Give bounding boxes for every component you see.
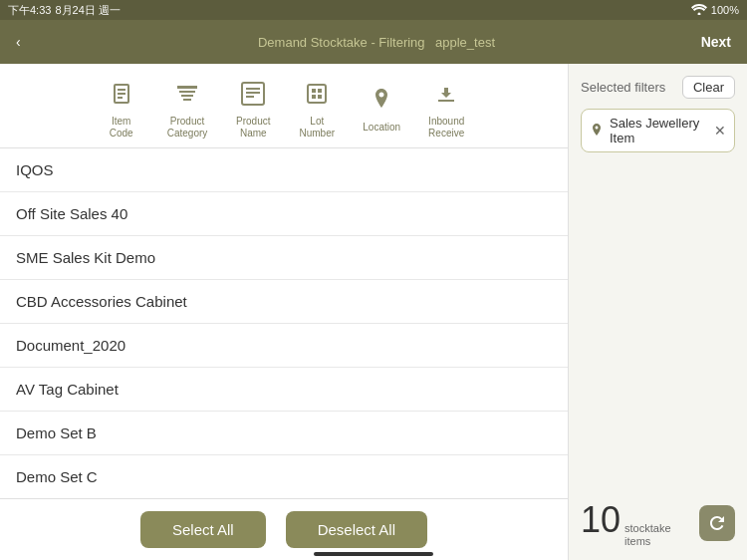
list-item[interactable]: Demo Set C: [0, 455, 568, 498]
status-left: 下午4:33 8月24日 週一: [8, 3, 121, 18]
select-all-button[interactable]: Select All: [140, 511, 266, 548]
filter-chip-location-icon: [590, 123, 604, 140]
svg-rect-7: [318, 89, 322, 93]
selected-filters-label: Selected filters: [581, 80, 665, 95]
item-list[interactable]: IQOSOff Site Sales 40SME Sales Kit DemoC…: [0, 148, 568, 498]
header-subtitle: apple_test: [435, 35, 495, 50]
deselect-all-button[interactable]: Deselect All: [286, 511, 427, 548]
next-button[interactable]: Next: [691, 34, 731, 50]
inbound-receive-label: InboundReceive: [428, 116, 464, 140]
product-category-icon: [169, 76, 205, 112]
location-label: Location: [363, 122, 400, 134]
filter-location[interactable]: Location: [363, 82, 400, 134]
status-bar: 下午4:33 8月24日 週一 100%: [0, 0, 747, 20]
back-chevron: ‹: [16, 34, 21, 50]
right-panel: Selected filters Clear Sales Jewellery I…: [568, 64, 747, 560]
status-right: 100%: [691, 3, 739, 17]
bottom-buttons: Select All Deselect All: [0, 498, 568, 560]
filter-chips-container: Sales Jewellery Item✕: [581, 109, 735, 160]
svg-point-0: [697, 13, 700, 16]
list-item[interactable]: SME Sales Kit Demo: [0, 236, 568, 280]
status-time: 下午4:33: [8, 3, 51, 18]
count-label: stocktakeitems: [624, 522, 670, 548]
list-item[interactable]: AV Tag Cabinet: [0, 368, 568, 412]
home-indicator: [314, 552, 433, 556]
item-code-label: ItemCode: [110, 116, 133, 140]
list-item[interactable]: IQOS: [0, 148, 568, 192]
filter-chip-remove-button[interactable]: ✕: [714, 123, 726, 139]
product-name-label: ProductName: [236, 116, 270, 140]
header: ‹ Demand Stocktake - Filtering apple_tes…: [0, 20, 747, 64]
count-area: 10 stocktakeitems: [581, 499, 735, 548]
product-name-icon: [235, 76, 271, 112]
list-item[interactable]: CBD Accessories Cabinet: [0, 280, 568, 324]
product-category-label: ProductCategory: [167, 116, 208, 140]
filter-icons-row: ItemCode ProductCategory: [0, 64, 568, 148]
list-item-text: Off Site Sales 40: [16, 205, 127, 222]
selected-filters-header: Selected filters Clear: [581, 76, 735, 99]
filter-chip: Sales Jewellery Item✕: [581, 109, 735, 152]
list-item-text: CBD Accessories Cabinet: [16, 293, 187, 310]
inbound-receive-icon: [428, 76, 464, 112]
list-item-text: IQOS: [16, 161, 54, 178]
svg-rect-5: [308, 85, 326, 103]
bottom-indicator: [0, 552, 747, 556]
filter-item-code[interactable]: ItemCode: [104, 76, 139, 140]
clear-button[interactable]: Clear: [682, 76, 735, 99]
location-icon: [364, 82, 399, 118]
list-item-text: AV Tag Cabinet: [16, 381, 119, 398]
svg-rect-6: [312, 89, 316, 93]
back-button[interactable]: ‹: [16, 34, 56, 50]
list-item-text: Demo Set C: [16, 468, 98, 485]
main-layout: ItemCode ProductCategory: [0, 64, 747, 560]
header-title: Demand Stocktake - Filtering apple_test: [56, 33, 691, 51]
list-item-text: Document_2020: [16, 337, 125, 354]
filter-inbound-receive[interactable]: InboundReceive: [428, 76, 464, 140]
battery-text: 100%: [711, 4, 739, 16]
count-number: 10: [581, 499, 621, 541]
filter-product-category[interactable]: ProductCategory: [167, 76, 208, 140]
filter-product-name[interactable]: ProductName: [235, 76, 271, 140]
left-panel: ItemCode ProductCategory: [0, 64, 568, 560]
lot-number-label: LotNumber: [300, 116, 336, 140]
filter-chip-text: Sales Jewellery Item: [610, 116, 708, 145]
item-code-icon: [104, 76, 139, 112]
lot-number-icon: [299, 76, 335, 112]
filter-lot-number[interactable]: LotNumber: [299, 76, 335, 140]
list-item-text: Demo Set B: [16, 424, 97, 441]
status-date: 8月24日 週一: [55, 3, 120, 18]
list-item[interactable]: Off Site Sales 40: [0, 192, 568, 236]
list-item[interactable]: Document_2020: [0, 324, 568, 368]
refresh-button[interactable]: [699, 505, 735, 541]
count-text: 10 stocktakeitems: [581, 499, 671, 548]
svg-rect-9: [318, 95, 322, 99]
list-item[interactable]: Demo Set B: [0, 412, 568, 455]
wifi-icon: [691, 3, 707, 17]
list-item-text: SME Sales Kit Demo: [16, 249, 155, 266]
svg-rect-8: [312, 95, 316, 99]
